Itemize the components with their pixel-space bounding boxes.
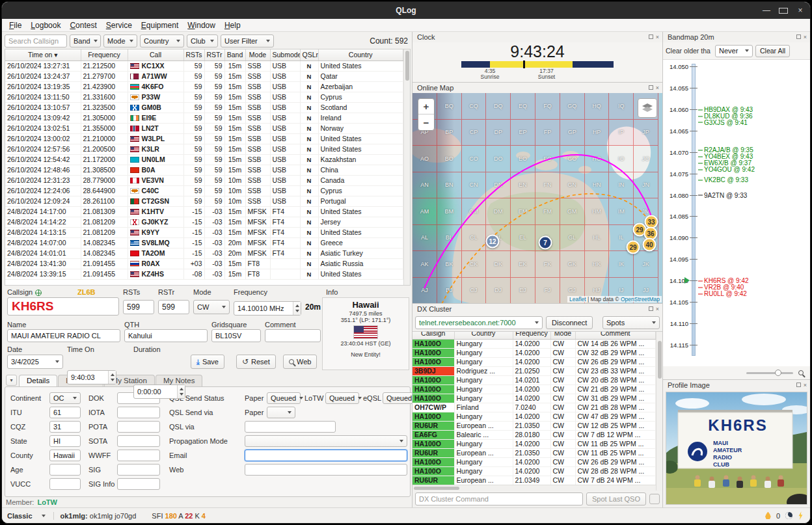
county-input[interactable]: [49, 450, 81, 461]
sig-input[interactable]: [117, 464, 160, 476]
menu-equipment[interactable]: Equipment: [137, 20, 183, 31]
maximize-icon[interactable]: [779, 8, 788, 14]
logbook-row[interactable]: 26/10/2024 13:10:5721.323500GM0B595915mS…: [5, 102, 403, 113]
menu-logbook[interactable]: Logbook: [26, 20, 65, 31]
dxc-spot-row[interactable]: HA100OHungary14.0200CWCW 21 dB 29 WPM ..…: [413, 384, 656, 394]
zoom-out-icon[interactable]: −: [418, 114, 434, 130]
logbook-row[interactable]: 24/8/2024 14:14:2221.081209GJ0KYZ-15-031…: [5, 217, 403, 227]
column-header-rstr[interactable]: RSTr: [204, 49, 224, 61]
close-panel-icon[interactable]: ×: [804, 383, 807, 388]
dxc-column-header-mode[interactable]: Mode: [550, 331, 575, 339]
logbook-row[interactable]: 24/8/2024 14:13:1521.081209K9YY-15-0315m…: [5, 227, 403, 237]
logbook-row[interactable]: 26/10/2024 13:09:4221.305000EI9E595915mS…: [5, 113, 403, 123]
search-callsign-input[interactable]: [5, 34, 67, 47]
name-input[interactable]: [7, 329, 120, 342]
dxc-spot-row[interactable]: HA100OHungary14.0200CWCW 26 dB 29 WPM ..…: [413, 457, 656, 466]
logbook-scrollbar[interactable]: [403, 49, 410, 285]
dxc-spot-row[interactable]: HA100OHungary14.0200CWCW 11 dB 25 WPM ..…: [413, 439, 656, 448]
menu-service[interactable]: Service: [102, 20, 137, 31]
logbook-row[interactable]: 26/10/2024 12:57:5621.200500K3LR595915mS…: [5, 144, 403, 154]
logbook-row[interactable]: 24/8/2024 14:07:0014.082345SV8LMQ-15-032…: [5, 237, 403, 248]
dxc-spot-row[interactable]: RU6UREuropean ...21.0350CWCW 12 dB 25 WP…: [413, 421, 656, 430]
reset-button[interactable]: ↺Reset: [236, 355, 276, 369]
logbook-row[interactable]: 26/10/2024 13:19:3521.4239004K6FO595915m…: [5, 81, 403, 92]
dxc-spot-row[interactable]: HA100OHungary14.0200CWCW 28 dB 28 WPM ..…: [413, 466, 656, 476]
dxc-column-header-frequency[interactable]: Frequency: [513, 331, 550, 339]
column-header-band[interactable]: Band: [224, 49, 245, 61]
dxc-spot-row[interactable]: HA100OHungary14.0200CWCW 26 dB 29 WPM ..…: [413, 357, 656, 366]
connection-lightning-icon[interactable]: [798, 511, 804, 520]
logbook-row[interactable]: 26/10/2024 13:02:5121.355000LN2T595915mS…: [5, 123, 403, 133]
column-header-frequency[interactable]: Frequency: [81, 49, 128, 61]
qsl-via-input[interactable]: [245, 421, 336, 433]
dxc-spot-row[interactable]: RU6UREuropean ...21.0350CWCW 11 dB 25 WP…: [413, 448, 656, 457]
map-cluster-marker[interactable]: 29: [627, 241, 640, 254]
rstr-input[interactable]: [158, 300, 189, 314]
spotted-callsign[interactable]: ZL6B: [77, 288, 96, 296]
state-input[interactable]: [49, 435, 81, 447]
dxc-spot-row[interactable]: HA100OHungary14.0200CWCW 14 dB 26 WPM ..…: [413, 339, 656, 348]
save-button[interactable]: ⤓Save: [191, 355, 224, 369]
dxc-column-header-comment[interactable]: Comment: [575, 331, 656, 339]
logbook-row[interactable]: 24/8/2024 14:01:0114.082345TA2OM-15-0320…: [5, 248, 403, 258]
dxc-spot-row[interactable]: RU6UREuropean ...21.0349CWCW 7 dB 24 WPM…: [413, 476, 656, 485]
itu-input[interactable]: [49, 407, 81, 418]
logbook-row[interactable]: 24/8/2024 14:17:0021.081309K1HTV-15-0315…: [5, 206, 403, 217]
globe-icon[interactable]: [35, 289, 42, 296]
map-zoom-control[interactable]: + −: [418, 98, 435, 131]
cluster-server-select[interactable]: telnet.reversebeacon.net:7000: [415, 316, 543, 329]
close-panel-icon[interactable]: ×: [804, 34, 807, 40]
age-input[interactable]: [49, 464, 81, 476]
column-header-qslr[interactable]: QSLr: [300, 49, 318, 61]
dxc-column-header-country[interactable]: Country: [454, 331, 513, 339]
close-panel-icon[interactable]: ×: [656, 85, 659, 91]
float-panel-icon[interactable]: [649, 34, 653, 40]
column-header-mode[interactable]: Mode: [245, 49, 270, 61]
logbook-row[interactable]: 26/10/2024 13:24:3721.279700A71WW595915m…: [5, 71, 403, 81]
band-filter[interactable]: Band: [70, 34, 101, 47]
minimize-icon[interactable]: —: [762, 6, 771, 15]
dxc-spot-row[interactable]: EA6FGBalearic ...28.0180CWCW 7 dB 12 WPM…: [413, 430, 656, 439]
command-options-icon[interactable]: [649, 494, 660, 504]
menu-help[interactable]: Help: [220, 20, 245, 31]
dxc-spot-row[interactable]: HA100OHungary14.0200CWCW 31 dB 29 WPM ..…: [413, 394, 656, 403]
club-filter[interactable]: Club: [187, 34, 218, 47]
map-cluster-marker[interactable]: 7: [539, 236, 552, 250]
vucc-input[interactable]: [49, 478, 81, 490]
title-bar[interactable]: QLog — ×: [2, 2, 810, 19]
dxc-spot-row[interactable]: 3B9DJRodriguez ...21.0250CWCW 23 dB 33 W…: [413, 366, 656, 375]
dxc-spot-row[interactable]: HA100OHungary14.0201CWCW 20 dB 28 WPM ..…: [413, 375, 656, 384]
propagation-mode-select[interactable]: [245, 435, 407, 447]
bandmap-spot[interactable]: VK2BC @ 9:33: [698, 176, 748, 183]
web-input[interactable]: [245, 464, 407, 476]
logbook-row[interactable]: 26/10/2024 12:24:0628.644900C40C595910mS…: [5, 185, 403, 196]
menu-contest[interactable]: Contest: [65, 20, 101, 31]
country-filter[interactable]: Country: [140, 34, 184, 47]
map-cluster-marker[interactable]: 40: [643, 238, 656, 252]
column-header-call[interactable]: Call: [128, 49, 183, 61]
frequency-spinner[interactable]: [234, 301, 301, 316]
float-panel-icon[interactable]: [796, 383, 801, 388]
duration-spinner[interactable]: [133, 384, 185, 399]
wwff-input[interactable]: [117, 450, 160, 461]
logbook-row[interactable]: 26/10/2024 13:11:5021.331600P33W595915mS…: [5, 92, 403, 102]
zoom-magnifier-icon[interactable]: [798, 370, 804, 375]
date-picker[interactable]: 3/4/2025: [7, 355, 63, 369]
profile-selector[interactable]: Classic: [7, 512, 54, 520]
spot-last-qso-button[interactable]: Spot Last QSO: [586, 492, 646, 505]
callsign-input[interactable]: [7, 297, 119, 316]
logbook-row[interactable]: 26/10/2024 12:09:2428.261100CT2GSN595910…: [5, 196, 403, 206]
zoom-in-icon[interactable]: +: [418, 99, 434, 114]
logbook-row[interactable]: 26/10/2024 13:27:3121.212500KC1XX595915m…: [5, 61, 403, 71]
layers-icon[interactable]: [638, 98, 657, 118]
column-header-time-on[interactable]: Time on ▾: [5, 49, 81, 61]
dxcluster-hscrollbar[interactable]: [413, 485, 656, 491]
gridsquare-input[interactable]: [211, 329, 261, 342]
logbook-row[interactable]: 26/10/2024 13:00:0221.210000W3LPL595915m…: [5, 133, 403, 144]
spots-filter-select[interactable]: Spots: [602, 316, 660, 329]
close-panel-icon[interactable]: ×: [656, 306, 659, 312]
logbook-row[interactable]: 26/10/2024 12:31:2328.779000VE3VN595910m…: [5, 175, 403, 185]
web-button[interactable]: Web: [283, 355, 317, 369]
dxc-spot-row[interactable]: HA100OHungary14.0200CWCW 32 dB 29 WPM ..…: [413, 348, 656, 357]
dxcluster-vscrollbar[interactable]: [656, 332, 662, 491]
